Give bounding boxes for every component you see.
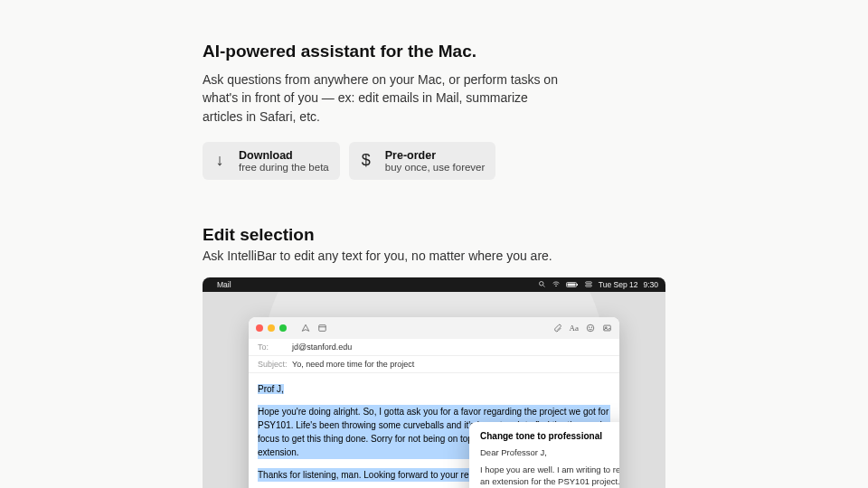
mail-toolbar: Aa [249, 317, 619, 339]
download-icon: ↓ [212, 151, 228, 170]
mail-compose-window: Aa To: jd@stanford.edu Subject: Yo, need… [249, 317, 619, 488]
svg-rect-7 [585, 286, 591, 287]
svg-point-12 [591, 327, 592, 328]
popup-p2: I hope you are well. I am writing to req… [480, 464, 619, 488]
header-fields-icon[interactable] [317, 324, 327, 333]
download-subtitle: free during the beta [239, 162, 329, 173]
section-description: Ask IntelliBar to edit any text for you,… [203, 249, 665, 263]
popup-body: Dear Professor J, I hope you are well. I… [480, 446, 619, 488]
preorder-button[interactable]: $ Pre-order buy once, use forever [349, 142, 496, 180]
download-title: Download [239, 149, 329, 162]
popup-title: Change tone to professional [480, 431, 619, 441]
mail-to-field[interactable]: To: jd@stanford.edu [249, 339, 619, 356]
svg-point-11 [589, 327, 590, 328]
photo-icon[interactable] [602, 324, 612, 333]
emoji-icon[interactable] [586, 324, 595, 333]
hero-title: AI-powered assistant for the Mac. [203, 42, 665, 61]
svg-rect-8 [319, 325, 326, 332]
traffic-lights [256, 324, 287, 332]
svg-point-0 [539, 282, 543, 286]
menubar-app-name: Mail [217, 280, 231, 289]
attachment-icon[interactable] [553, 324, 562, 333]
mail-subject-field[interactable]: Subject: Yo, need more time for the proj… [249, 356, 619, 373]
popup-p1: Dear Professor J, [480, 446, 619, 458]
svg-rect-4 [567, 283, 575, 286]
minimize-traffic-icon[interactable] [268, 324, 275, 332]
action-row: ↓ Download free during the beta $ Pre-or… [203, 142, 665, 180]
zoom-traffic-icon[interactable] [279, 324, 287, 332]
format-icon[interactable]: Aa [570, 324, 580, 333]
control-center-icon [584, 280, 593, 288]
search-icon [538, 280, 546, 288]
download-button[interactable]: ↓ Download free during the beta [203, 142, 340, 180]
section-title: Edit selection [203, 225, 665, 245]
svg-rect-6 [585, 282, 591, 284]
hero-description: Ask questions from anywhere on your Mac,… [203, 70, 564, 126]
battery-icon [566, 281, 579, 288]
preorder-subtitle: buy once, use forever [385, 162, 486, 173]
svg-rect-5 [577, 284, 578, 286]
mail-to-value: jd@stanford.edu [292, 343, 352, 352]
mail-body-p1: Prof J, [258, 384, 284, 394]
svg-point-2 [555, 286, 556, 286]
dollar-icon: $ [358, 151, 374, 170]
intellibar-popup[interactable]: Change tone to professional Dear Profess… [469, 422, 619, 488]
svg-line-1 [542, 286, 544, 287]
mail-subject-value: Yo, need more time for the project [292, 360, 414, 369]
close-traffic-icon[interactable] [256, 324, 263, 332]
mail-subject-label: Subject: [258, 360, 292, 369]
menubar-date: Tue Sep 12 [599, 280, 638, 289]
mail-to-label: To: [258, 343, 292, 352]
svg-point-10 [587, 324, 594, 332]
send-icon[interactable] [301, 324, 310, 333]
mac-menubar: Mail Tue Sep 12 9:30 [203, 277, 665, 292]
demo-screenshot: Mail Tue Sep 12 9:30 [203, 277, 665, 488]
menubar-time: 9:30 [643, 280, 658, 289]
preorder-title: Pre-order [385, 149, 486, 162]
wifi-icon [552, 280, 561, 288]
